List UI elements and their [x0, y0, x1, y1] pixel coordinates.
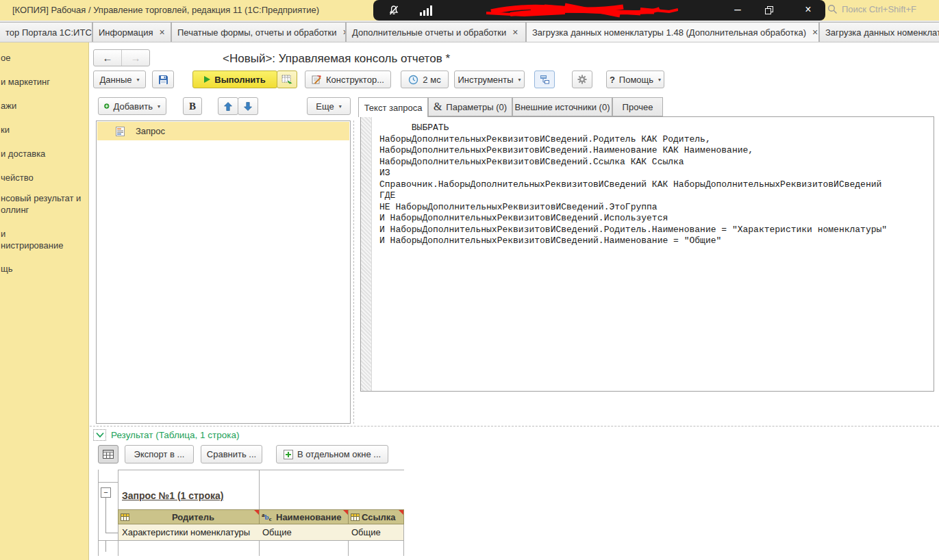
- sidebar-item-administration[interactable]: и нистрирование: [1, 228, 64, 251]
- sidebar-item-help[interactable]: щь: [1, 263, 12, 275]
- tools-menu-button[interactable]: Инструменты▾: [454, 71, 525, 88]
- result-section-header: Результат (Таблица, 1 строка): [93, 429, 240, 441]
- constructor-button[interactable]: Конструктор...: [305, 71, 391, 88]
- execute-options-button[interactable]: [277, 71, 297, 88]
- tree-item-query[interactable]: Запрос: [97, 122, 349, 140]
- table-icon: [121, 513, 129, 521]
- execute-button[interactable]: Выполнить: [192, 71, 277, 88]
- close-button[interactable]: ×: [799, 0, 817, 21]
- open-in-window-button[interactable]: В отдельном окне ...: [276, 445, 388, 463]
- sidebar-item-warehouse-delivery[interactable]: и доставка: [1, 148, 45, 160]
- wizard-icon: [312, 75, 322, 85]
- tab-nomenclature-load-2[interactable]: Загрузка данных номенклат: [819, 22, 939, 42]
- move-down-button[interactable]: [238, 97, 258, 115]
- window-titlebar: [КОПИЯ] Рабочая / Управление торговлей, …: [0, 0, 939, 21]
- minimize-button[interactable]: –: [729, 0, 747, 21]
- horizontal-splitter[interactable]: [90, 426, 939, 427]
- tab-additional-reports[interactable]: Дополнительные отчеты и обработки ×: [346, 22, 526, 42]
- sidebar-item-main[interactable]: ое: [1, 52, 10, 64]
- tab-close-icon[interactable]: ×: [512, 27, 518, 37]
- ampersand-icon: &: [434, 101, 442, 113]
- window-title: [КОПИЯ] Рабочая / Управление торговлей, …: [12, 5, 319, 15]
- redacted-scribble: [483, 1, 678, 19]
- sidebar-item-crm-marketing[interactable]: и маркетинг: [1, 76, 50, 88]
- abc-icon: abc: [262, 513, 274, 521]
- table-icon: [351, 513, 360, 521]
- data-menu-button[interactable]: Данные▾: [93, 71, 146, 88]
- query-doc-icon: [116, 127, 125, 136]
- editor-gutter: [361, 117, 372, 391]
- vertical-splitter[interactable]: [353, 120, 354, 424]
- sidebar-item-purchases[interactable]: ки: [1, 124, 10, 136]
- forward-button[interactable]: →: [121, 50, 149, 66]
- chevron-down-icon: ▾: [658, 77, 661, 83]
- tab-close-icon[interactable]: ×: [160, 27, 165, 37]
- column-header-parent[interactable]: Родитель: [118, 509, 260, 524]
- layout-scheme-button[interactable]: [534, 71, 555, 88]
- result-view-table-button[interactable]: [98, 445, 118, 463]
- sidebar-item-sales[interactable]: ажи: [1, 100, 16, 112]
- clock-icon: [408, 75, 418, 85]
- result-cell-name[interactable]: Общие: [259, 524, 349, 540]
- column-marker-icon: [343, 510, 348, 515]
- notifications-off-icon[interactable]: [388, 5, 399, 16]
- search-icon: [827, 4, 838, 14]
- group-expander[interactable]: −: [101, 487, 111, 498]
- move-up-button[interactable]: [218, 97, 238, 115]
- tab-information[interactable]: Информация ×: [92, 22, 171, 42]
- chevron-down-icon: [96, 432, 104, 438]
- tab-close-icon[interactable]: ×: [812, 27, 818, 37]
- search-placeholder: Поиск Ctrl+Shift+F: [842, 4, 916, 14]
- chevron-down-icon: ▾: [518, 77, 521, 83]
- tab-print-forms[interactable]: Печатные формы, отчеты и обработки ×: [171, 22, 346, 42]
- section-sidebar: ое и маркетинг ажи ки и доставка чейство…: [0, 42, 89, 560]
- result-cell-ref[interactable]: Общие: [348, 524, 404, 540]
- result-group-title[interactable]: Запрос №1 (1 строка): [122, 490, 223, 501]
- column-header-name[interactable]: abc Наименование: [259, 509, 349, 524]
- more-menu-button[interactable]: Еще▾: [307, 97, 351, 115]
- help-menu-button[interactable]: ? Помощь ▾: [606, 71, 664, 88]
- bold-button[interactable]: B: [183, 97, 202, 115]
- tree-item-label: Запрос: [136, 126, 165, 136]
- report-tree-panel: Запрос: [96, 120, 351, 424]
- chevron-down-icon: ▾: [136, 77, 139, 83]
- gear-icon: [577, 75, 587, 84]
- result-cell-parent[interactable]: Характеристики номенклатуры: [118, 524, 260, 540]
- system-widget-bar: – ×: [373, 0, 825, 21]
- tab-other[interactable]: Прочее: [612, 97, 663, 116]
- tab-external-sources[interactable]: Внешние источники (0): [512, 97, 612, 116]
- column-marker-icon: [254, 510, 259, 515]
- scheme-icon: [539, 75, 550, 84]
- arrow-down-icon: [244, 102, 252, 111]
- execution-time-button[interactable]: 2 мс: [401, 71, 449, 88]
- chevron-down-icon: ▾: [339, 103, 342, 110]
- table-icon: [103, 450, 114, 459]
- collapse-result-button[interactable]: [93, 429, 106, 441]
- query-text-area[interactable]: ВЫБРАТЬ НаборыДополнительныхРеквизитовИС…: [360, 116, 934, 392]
- tab-portal-monitor[interactable]: тор Портала 1С:ИТС ×: [0, 22, 92, 42]
- column-header-ref[interactable]: Ссылка: [348, 509, 404, 524]
- settings-button[interactable]: [572, 71, 592, 88]
- compare-button[interactable]: Сравнить ...: [201, 445, 262, 463]
- export-button[interactable]: Экспорт в ...: [125, 445, 194, 463]
- back-button[interactable]: ←: [94, 50, 121, 66]
- result-grid[interactable]: − Запрос №1 (1 строка) Родитель abc Наим…: [98, 470, 404, 556]
- tab-nomenclature-load[interactable]: Загрузка данных номенклатуры 1.48 (Допол…: [526, 22, 819, 42]
- sidebar-item-treasury[interactable]: чейство: [1, 172, 34, 183]
- tab-query-text[interactable]: Текст запроса: [358, 97, 428, 117]
- new-window-plus-icon: [284, 450, 293, 459]
- application-window: [КОПИЯ] Рабочая / Управление торговлей, …: [0, 0, 939, 560]
- add-button[interactable]: Добавить ▾: [98, 97, 166, 115]
- column-marker-icon: [399, 510, 403, 515]
- restore-button[interactable]: [765, 6, 773, 14]
- signal-bars-icon[interactable]: [420, 5, 434, 16]
- result-section-title[interactable]: Результат (Таблица, 1 строка): [111, 430, 240, 440]
- save-button[interactable]: [152, 71, 174, 88]
- nav-buttons: ← →: [93, 49, 150, 66]
- tab-parameters[interactable]: & Параметры (0): [428, 97, 512, 116]
- query-text[interactable]: ВЫБРАТЬ НаборыДополнительныхРеквизитовИС…: [379, 123, 887, 247]
- global-search-input[interactable]: Поиск Ctrl+Shift+F: [827, 4, 916, 14]
- sidebar-item-financial-result[interactable]: нсовый результат и оллинг: [1, 192, 81, 216]
- question-icon: ?: [610, 75, 615, 85]
- play-icon: [204, 76, 210, 83]
